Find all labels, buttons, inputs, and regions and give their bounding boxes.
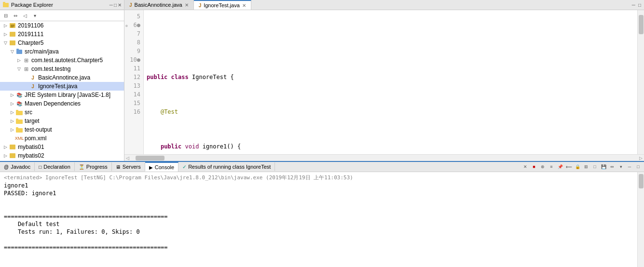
tab-results[interactable]: ✓ Results of running class IgnoreTest	[178, 162, 275, 171]
line-num-6: 6●	[124, 21, 143, 29]
tab-declaration[interactable]: □ Declaration	[35, 162, 75, 171]
code-content[interactable]: public class IgnoreTest { @Test public v…	[144, 10, 637, 154]
project-icon	[9, 39, 16, 47]
tree-item-20191111[interactable]: ▷ 20191111	[0, 30, 124, 39]
minimize-bottom-btn[interactable]: ─	[626, 163, 633, 171]
expand-icon: ▷	[2, 22, 9, 29]
results-icon: ✓	[182, 164, 186, 170]
scroll-right-btn[interactable]: ▷	[638, 156, 644, 160]
console-line: Default test	[4, 220, 633, 228]
svg-rect-15	[10, 145, 15, 149]
link-editor-btn[interactable]: ⇔	[11, 11, 20, 20]
link-console-btn[interactable]: ⇔	[608, 163, 616, 171]
tree-item-com-test-testng[interactable]: ▽ ⊞ com.test.testng	[0, 65, 124, 73]
scroll-lock-btn[interactable]: 🔒	[574, 163, 581, 171]
word-wrap-btn[interactable]: ⟵	[565, 163, 573, 171]
remove-launch-btn[interactable]: ⊗	[539, 163, 547, 171]
maximize-bottom-btn[interactable]: □	[634, 163, 642, 171]
maximize-icon[interactable]: □	[114, 2, 117, 8]
scroll-left-btn[interactable]: ◁	[124, 156, 131, 160]
console-line: ========================================…	[4, 213, 633, 220]
svg-rect-1	[3, 2, 5, 3]
tab-progress[interactable]: ⏳ Progress	[75, 162, 112, 171]
editor-horizontal-scrollbar[interactable]: ◁ ▷	[124, 154, 644, 161]
pin-btn[interactable]: 📌	[556, 163, 564, 171]
bottom-panel: @ Javadoc □ Declaration ⏳ Progress 🖥 Ser…	[0, 161, 644, 267]
tab-basicannotince[interactable]: J BasicAnnotince.java ✕	[124, 0, 194, 10]
console-toolbar: ✕ ■ ⊗ ≡ 📌 ⟵ 🔒 ⊞ □ 💾 ⇔ ▾ ─ □	[520, 163, 644, 171]
package-tree[interactable]: ▷ 20191106 ▷ 20191111 ▽ Charpter5	[0, 21, 124, 161]
tree-item-label: pom.xml	[25, 135, 46, 142]
line-num: 9	[124, 47, 143, 55]
minimize-editor-icon[interactable]: ─	[631, 2, 636, 8]
tab-label: BasicAnnotince.java	[135, 2, 182, 8]
tree-item-target[interactable]: ▷ target	[0, 117, 124, 125]
console-scroll-thumb[interactable]	[639, 174, 644, 188]
line-num: 5	[124, 12, 143, 21]
declaration-icon: □	[39, 164, 41, 170]
console-output[interactable]: <terminated> IgnoreTest [TestNG] C:\Prog…	[0, 172, 637, 267]
line-num: 11	[124, 64, 143, 73]
tab-label: Progress	[86, 164, 108, 170]
java-icon: J	[199, 3, 202, 8]
console-view-btn[interactable]: ≡	[548, 163, 555, 171]
tree-item-basicannotince[interactable]: ▷ J BasicAnnotince.java	[0, 73, 124, 82]
svg-rect-12	[16, 119, 18, 120]
svg-rect-10	[16, 110, 18, 111]
tree-item-src[interactable]: ▷ src	[0, 108, 124, 117]
tab-console[interactable]: ▶ Console	[145, 162, 178, 172]
tree-item-label: src	[25, 109, 32, 116]
tree-item-charpter5[interactable]: ▽ Charpter5	[0, 39, 124, 47]
expand-icon: ▷	[2, 31, 9, 38]
tab-close-ignoretest[interactable]: ✕	[242, 3, 246, 8]
close-icon[interactable]: ✕	[118, 2, 122, 8]
expand-icon: ▷	[2, 152, 9, 159]
tree-item-label: Maven Dependencies	[25, 100, 81, 107]
view-menu-btn[interactable]: ▾	[617, 163, 625, 171]
tree-item-test-output[interactable]: ▷ test-output	[0, 125, 124, 134]
tree-item-jre[interactable]: ▷ 📚 JRE System Library [JavaSE-1.8]	[0, 91, 124, 99]
package-icon: ⊞	[22, 65, 30, 73]
console-line	[4, 197, 633, 205]
scrollbar-thumb[interactable]	[639, 15, 644, 34]
clear-console-btn[interactable]: ✕	[521, 163, 529, 171]
minimize-icon[interactable]: ─	[110, 2, 113, 8]
tree-item-label: mybatis01	[18, 144, 44, 150]
tab-javadoc[interactable]: @ Javadoc	[0, 162, 35, 171]
tab-close-basicannotince[interactable]: ✕	[185, 2, 189, 8]
console-scrollbar[interactable]	[637, 172, 644, 267]
view-menu-btn[interactable]: ▾	[30, 11, 39, 20]
svg-rect-11	[16, 120, 23, 124]
collapse-all-btn[interactable]: ⊟	[1, 11, 10, 20]
tree-item-mybatis01[interactable]: ▷ mybatis01	[0, 143, 124, 151]
expand-icon: ▷	[2, 144, 9, 150]
maximize-editor-icon[interactable]: □	[637, 2, 642, 8]
tab-ignoretest[interactable]: J IgnoreTest.java ✕	[194, 0, 251, 10]
tree-item-ignoretest[interactable]: ▷ J IgnoreTest.java	[0, 82, 124, 91]
open-console-btn[interactable]: □	[591, 163, 599, 171]
tree-item-maven[interactable]: ▷ 📚 Maven Dependencies	[0, 99, 124, 108]
folder-icon	[15, 126, 23, 134]
tree-item-pom[interactable]: ▷ XML pom.xml	[0, 134, 124, 143]
tree-item-com-test-autotest[interactable]: ▷ ⊞ com.test.autotest.Charpter5	[0, 56, 124, 65]
stop-btn[interactable]: ■	[530, 163, 538, 171]
save-output-btn[interactable]: 💾	[600, 163, 607, 171]
svg-rect-8	[16, 49, 19, 50]
tree-item-label: test-output	[25, 126, 52, 133]
h-scroll-thumb[interactable]	[136, 156, 164, 160]
top-area: Package Explorer ─ □ ✕ ⊟ ⇔ ◁ ▾ ▷	[0, 0, 644, 161]
package-explorer-panel: Package Explorer ─ □ ✕ ⊟ ⇔ ◁ ▾ ▷	[0, 0, 124, 161]
tree-item-mybatis02[interactable]: ▷ mybatis02	[0, 151, 124, 160]
back-btn[interactable]: ◁	[21, 11, 29, 20]
console-line	[4, 205, 633, 213]
tree-item-src-main-java[interactable]: ▽ src/main/java	[0, 47, 124, 56]
panel-toolbar: ⊟ ⇔ ◁ ▾	[0, 10, 124, 21]
tab-servers[interactable]: 🖥 Servers	[112, 162, 145, 171]
editor-vertical-scrollbar[interactable]	[637, 10, 644, 154]
next-page-btn[interactable]: ⊞	[582, 163, 590, 171]
tree-item-20191106[interactable]: ▷ 20191106	[0, 21, 124, 30]
code-editor[interactable]: 5 6● 7 8 9 10● 11 12 13 14 15 16	[124, 10, 644, 154]
console-line: Tests run: 1, Failures: 0, Skips: 0	[4, 228, 633, 236]
tree-item-label: target	[25, 118, 40, 124]
expand-icon: ▷	[9, 92, 15, 98]
